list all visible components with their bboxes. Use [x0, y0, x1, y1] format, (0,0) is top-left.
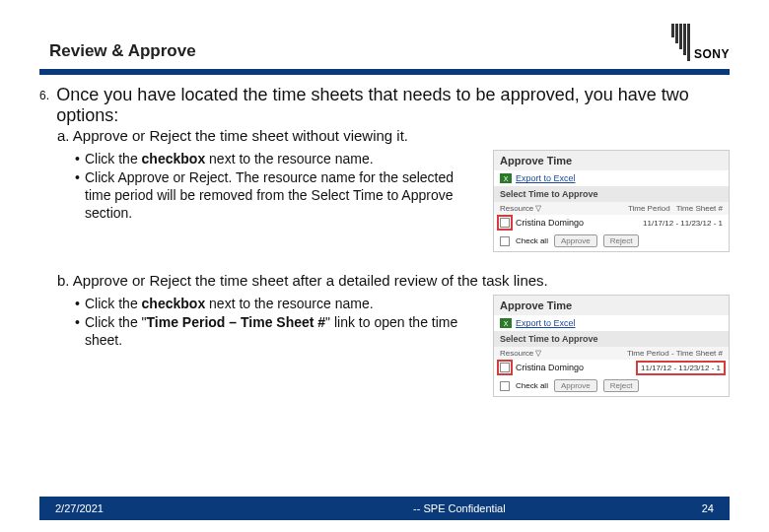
bullet-text: Click the: [85, 296, 142, 311]
checkall-checkbox[interactable]: [500, 381, 510, 391]
time-period-link[interactable]: 11/17/12 - 11/23/12 - 1: [639, 364, 723, 372]
checkall-label: Check all: [516, 236, 548, 245]
bullet-bold: Time Period – Time Sheet #: [147, 314, 326, 330]
reject-button[interactable]: Reject: [603, 234, 640, 247]
logo-text: SONY: [694, 47, 730, 61]
bullet-text: Click the ": [85, 314, 147, 330]
bullet-text: next to the resource name.: [205, 151, 373, 166]
option-b-label: b. Approve or Reject the time sheet afte…: [57, 272, 730, 289]
checkall-checkbox[interactable]: [500, 236, 510, 246]
footer-date: 2/27/2021: [39, 502, 217, 514]
page-title: Review & Approve: [49, 41, 196, 61]
option-b-bullets: Click the checkbox next to the resource …: [75, 295, 483, 397]
col-resource: Resource ▽: [500, 204, 628, 213]
row-checkbox[interactable]: [500, 218, 510, 228]
shot-subheader: Select Time to Approve: [494, 186, 729, 202]
shot-data-row: Cristina Domingo 11/17/12 - 11/23/12 - 1: [494, 360, 729, 375]
option-a-bullets: Click the checkbox next to the resource …: [75, 150, 483, 252]
screenshot-a: Approve Time X Export to Excel Select Ti…: [493, 150, 730, 252]
option-a-label: a. Approve or Reject the time sheet with…: [57, 127, 730, 144]
shot-subheader: Select Time to Approve: [494, 331, 729, 347]
step-lead: Once you have located the time sheets th…: [56, 85, 730, 125]
col-time-period: Time Period: [628, 204, 670, 213]
approve-button[interactable]: Approve: [554, 379, 597, 392]
footer-page: 24: [702, 502, 730, 514]
reject-button[interactable]: Reject: [603, 379, 640, 392]
export-excel-link[interactable]: Export to Excel: [516, 173, 576, 183]
footer-confidential: -- SPE Confidential: [217, 502, 702, 514]
header-rule: [39, 69, 730, 75]
time-period: 11/17/12 - 11/23/12 - 1: [643, 219, 723, 228]
screenshot-b: Approve Time X Export to Excel Select Ti…: [493, 295, 730, 397]
col-time-sheet: Time Sheet #: [676, 204, 723, 213]
approve-button[interactable]: Approve: [554, 234, 597, 247]
footer: 2/27/2021 -- SPE Confidential 24: [39, 497, 730, 520]
shot-title: Approve Time: [494, 296, 729, 315]
resource-name: Cristina Domingo: [516, 218, 637, 228]
excel-icon: X: [500, 173, 512, 183]
bullet-text: next to the resource name.: [205, 296, 373, 311]
step-number: 6.: [39, 85, 56, 102]
logo-bars-icon: [671, 24, 690, 61]
bullet-bold: checkbox: [142, 296, 206, 311]
col-resource: Resource ▽: [500, 349, 627, 358]
resource-name: Cristina Domingo: [516, 363, 633, 372]
checkall-label: Check all: [516, 381, 548, 390]
bullet-text: Click the: [85, 151, 142, 166]
col-tp-ts: Time Period - Time Sheet #: [627, 349, 723, 358]
shot-columns: Resource ▽ Time Period - Time Sheet #: [494, 347, 729, 360]
export-excel-link[interactable]: Export to Excel: [516, 318, 576, 328]
bullet-text: Click Approve or Reject. The resource na…: [75, 168, 483, 223]
excel-icon: X: [500, 318, 512, 328]
shot-columns: Resource ▽ Time Period Time Sheet #: [494, 202, 729, 215]
row-checkbox[interactable]: [500, 363, 510, 372]
shot-data-row: Cristina Domingo 11/17/12 - 11/23/12 - 1: [494, 215, 729, 231]
sony-logo: SONY: [671, 24, 730, 61]
shot-title: Approve Time: [494, 151, 729, 170]
bullet-bold: checkbox: [142, 151, 206, 166]
